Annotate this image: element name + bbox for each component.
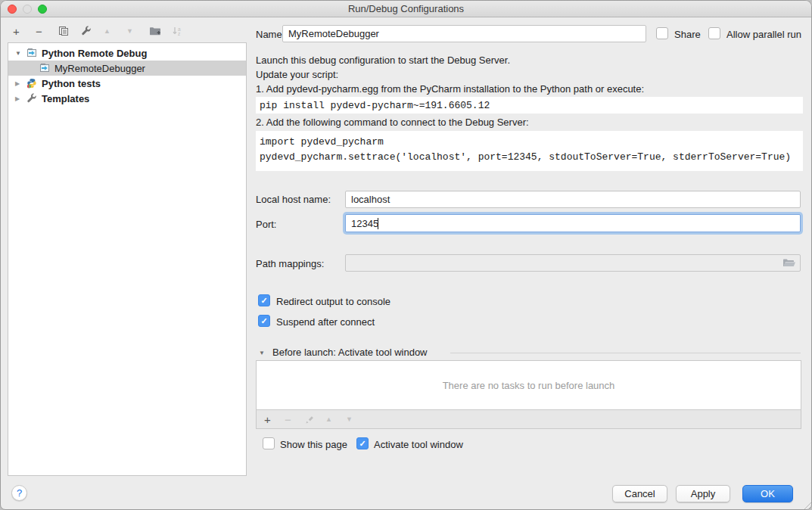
code-line-2: pydevd_pycharm.settrace('localhost', por… bbox=[260, 150, 799, 165]
move-up-button: ▲ bbox=[104, 27, 126, 35]
share-checkbox[interactable] bbox=[656, 27, 668, 39]
show-this-page-checkbox[interactable] bbox=[263, 437, 275, 449]
expanded-arrow-icon[interactable]: ▼ bbox=[15, 50, 25, 57]
port-input[interactable] bbox=[345, 214, 801, 232]
check-icon: ✓ bbox=[359, 439, 366, 449]
redirect-output-label: Redirect output to console bbox=[276, 296, 390, 308]
up-triangle-icon: ▲ bbox=[325, 415, 332, 423]
remove-configuration-button[interactable]: − bbox=[36, 25, 58, 38]
configurations-tree: ▼ Python Remote Debug bbox=[8, 42, 247, 476]
templates-wrench-icon bbox=[26, 93, 39, 104]
copy-icon bbox=[58, 26, 69, 36]
intro-text: Launch this debug configuration to start… bbox=[256, 54, 510, 67]
suspend-after-connect-label: Suspend after connect bbox=[276, 316, 375, 328]
down-triangle-icon: ▼ bbox=[126, 27, 133, 35]
move-task-down-button: ▼ bbox=[346, 415, 366, 423]
help-button[interactable]: ? bbox=[11, 485, 27, 501]
window-controls bbox=[8, 5, 47, 14]
tree-item-label: Templates bbox=[42, 93, 89, 104]
check-icon: ✓ bbox=[260, 316, 267, 326]
activate-tool-window-label: Activate tool window bbox=[374, 439, 463, 451]
up-triangle-icon: ▲ bbox=[104, 27, 110, 35]
help-icon: ? bbox=[17, 487, 22, 499]
dialog-body: + − ▲ ▼ bbox=[1, 17, 811, 509]
run-debug-configurations-dialog: Run/Debug Configurations + − ▲ ▼ bbox=[0, 0, 812, 510]
edit-task-button bbox=[305, 415, 325, 424]
create-folder-button[interactable] bbox=[149, 26, 172, 36]
new-folder-icon bbox=[149, 26, 161, 36]
remote-debug-config-icon bbox=[26, 48, 39, 58]
window-title: Run/Debug Configurations bbox=[348, 3, 464, 14]
check-icon: ✓ bbox=[260, 296, 267, 306]
collapsed-arrow-icon[interactable]: ▶ bbox=[15, 95, 25, 102]
tree-item-label: Python Remote Debug bbox=[42, 48, 147, 59]
suspend-after-connect-checkbox[interactable]: ✓ bbox=[258, 315, 270, 327]
before-launch-title: Before launch: Activate tool window bbox=[272, 347, 428, 359]
path-mappings-field[interactable] bbox=[345, 254, 801, 272]
allow-parallel-run-label: Allow parallel run bbox=[726, 29, 801, 41]
share-label: Share bbox=[674, 29, 701, 41]
before-launch-tasks-list[interactable]: There are no tasks to run before launch bbox=[256, 360, 801, 410]
collapse-section-arrow-icon[interactable]: ▼ bbox=[259, 350, 265, 356]
sort-alphabetically-icon: a z bbox=[172, 26, 182, 36]
path-mappings-label: Path mappings: bbox=[256, 258, 324, 270]
tree-item-label: MyRemoteDebugger bbox=[54, 63, 145, 74]
tree-item-python-remote-debug[interactable]: ▼ Python Remote Debug bbox=[8, 45, 246, 61]
configurations-toolbar: + − ▲ ▼ bbox=[13, 23, 194, 39]
tree-item-templates[interactable]: ▶ Templates bbox=[8, 91, 246, 106]
code-line-1: import pydevd_pycharm bbox=[260, 135, 799, 150]
pencil-icon bbox=[305, 415, 315, 424]
port-label: Port: bbox=[256, 219, 276, 231]
add-configuration-button[interactable]: + bbox=[13, 25, 36, 38]
name-label: Name: bbox=[256, 29, 285, 41]
move-task-up-button: ▲ bbox=[325, 415, 346, 423]
apply-button[interactable]: Apply bbox=[676, 485, 730, 502]
show-this-page-label: Show this page bbox=[280, 439, 347, 451]
remove-task-button: − bbox=[285, 413, 305, 426]
tasks-toolbar: + − ▲ ▼ bbox=[256, 410, 801, 429]
move-down-button: ▼ bbox=[126, 27, 149, 35]
step2-text: 2. Add the following command to connect … bbox=[256, 117, 529, 129]
update-script-text: Update your script: bbox=[256, 69, 338, 81]
add-task-button[interactable]: + bbox=[264, 413, 285, 426]
close-window-button[interactable] bbox=[8, 5, 17, 14]
cancel-button[interactable]: Cancel bbox=[612, 485, 667, 502]
tree-item-python-tests[interactable]: ▶ Python tests bbox=[8, 76, 246, 91]
redirect-output-checkbox[interactable]: ✓ bbox=[258, 294, 270, 306]
sort-configurations-button: a z bbox=[172, 26, 194, 36]
title-bar: Run/Debug Configurations bbox=[1, 1, 811, 17]
wrench-icon bbox=[81, 26, 92, 36]
local-host-name-input[interactable] bbox=[345, 191, 801, 208]
tree-item-myremotedebugger[interactable]: MyRemoteDebugger bbox=[8, 61, 246, 76]
ok-button[interactable]: OK bbox=[742, 485, 793, 502]
python-tests-icon bbox=[26, 78, 39, 89]
local-host-name-label: Local host name: bbox=[256, 194, 331, 206]
collapsed-arrow-icon[interactable]: ▶ bbox=[15, 80, 25, 87]
empty-tasks-message: There are no tasks to run before launch bbox=[443, 380, 615, 391]
zoom-window-button[interactable] bbox=[38, 5, 47, 14]
name-input[interactable] bbox=[282, 25, 646, 42]
settrace-code-block: import pydevd_pycharm pydevd_pycharm.set… bbox=[256, 131, 803, 171]
remote-debug-config-icon bbox=[39, 63, 51, 73]
section-separator bbox=[450, 353, 801, 353]
pip-install-command: pip install pydevd-pycharm~=191.6605.12 bbox=[256, 97, 803, 114]
step1-text: 1. Add pydevd-pycharm.egg from the PyCha… bbox=[256, 83, 644, 95]
edit-defaults-button[interactable] bbox=[81, 26, 104, 36]
activate-tool-window-checkbox[interactable]: ✓ bbox=[356, 437, 369, 449]
text-caret bbox=[378, 218, 378, 229]
open-folder-icon bbox=[782, 258, 796, 268]
svg-text:z: z bbox=[178, 31, 180, 36]
tree-item-label: Python tests bbox=[42, 78, 101, 89]
allow-parallel-run-checkbox[interactable] bbox=[708, 27, 720, 39]
minimize-window-button bbox=[23, 5, 32, 14]
copy-configuration-button[interactable] bbox=[58, 26, 81, 36]
down-triangle-icon: ▼ bbox=[346, 415, 353, 423]
resize-grip[interactable] bbox=[802, 500, 811, 509]
